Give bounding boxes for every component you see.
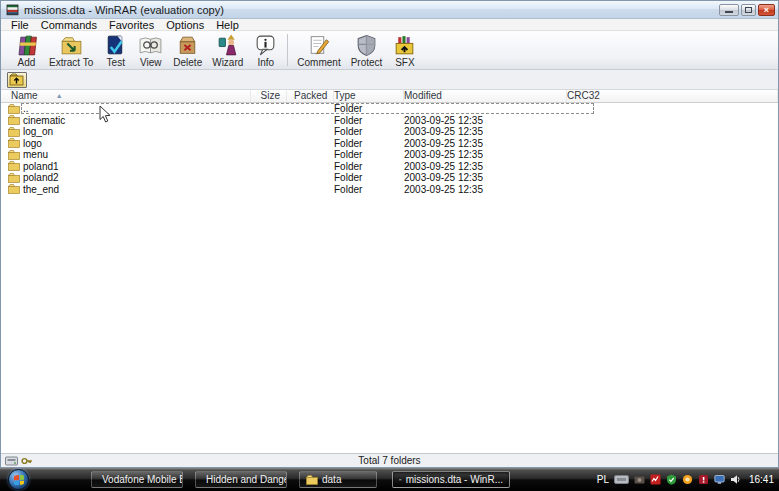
view-button[interactable]: View: [133, 32, 168, 68]
menu-file[interactable]: File: [5, 19, 35, 31]
keyboard-layout-icon[interactable]: [614, 475, 629, 484]
row-logo[interactable]: logo Folder 2003-09-25 12:35: [1, 138, 778, 150]
row-name: the_end: [23, 184, 59, 196]
row-modified: 2003-09-25 12:35: [404, 184, 567, 196]
row-type: Folder: [334, 172, 404, 184]
tray-shield-check-icon[interactable]: [666, 474, 677, 485]
tray-antivirus-chart-icon[interactable]: [650, 474, 661, 485]
taskbar-button-label: Vodafone Mobile Br...: [102, 474, 183, 485]
comment-note-icon: [306, 33, 331, 58]
volume-icon[interactable]: [730, 474, 741, 485]
taskbar-button-winrar[interactable]: missions.dta - WinR...: [392, 471, 510, 488]
row-cinematic[interactable]: cinematic Folder 2003-09-25 12:35: [1, 115, 778, 127]
folder-icon: [8, 115, 20, 125]
column-header-name[interactable]: Name ▲: [1, 90, 251, 102]
add-button[interactable]: Add: [9, 32, 44, 68]
sfx-box-icon: [392, 33, 417, 58]
row-size: [251, 184, 287, 196]
comment-button[interactable]: Comment: [292, 32, 345, 68]
delete-crate-icon: [175, 33, 200, 58]
row-menu[interactable]: menu Folder 2003-09-25 12:35: [1, 149, 778, 161]
folder-icon: [8, 173, 20, 183]
file-list: .. Folder cinematic F: [1, 103, 778, 453]
menu-options[interactable]: Options: [160, 19, 210, 31]
taskbar-buttons: Vodafone Mobile Br... Hidden and Danger.…: [91, 471, 510, 488]
language-indicator[interactable]: PL: [597, 474, 609, 485]
row-modified: 2003-09-25 12:35: [404, 172, 567, 184]
sfx-button[interactable]: SFX: [387, 32, 422, 68]
menu-help[interactable]: Help: [210, 19, 245, 31]
row-type: Folder: [334, 115, 404, 127]
protect-button[interactable]: Protect: [346, 32, 388, 68]
delete-button[interactable]: Delete: [168, 32, 207, 68]
minimize-button[interactable]: [719, 4, 739, 16]
row-crc32: [567, 138, 778, 150]
column-header-size[interactable]: Size: [251, 90, 287, 102]
taskbar-button-vodafone[interactable]: Vodafone Mobile Br...: [91, 471, 183, 488]
system-tray: PL: [597, 474, 774, 485]
row-crc32: [567, 115, 778, 127]
column-header-modified[interactable]: Modified: [404, 90, 567, 102]
menu-commands[interactable]: Commands: [35, 19, 103, 31]
wizard-label: Wizard: [212, 57, 243, 68]
folder-icon: [8, 184, 20, 194]
tray-camera-icon[interactable]: [634, 474, 645, 485]
taskbar-button-label: data: [322, 474, 341, 485]
taskbar-button-label: Hidden and Danger...: [206, 474, 287, 485]
maximize-button[interactable]: [741, 4, 756, 16]
sfx-label: SFX: [395, 57, 414, 68]
taskbar-clock[interactable]: 16:41: [749, 474, 774, 485]
row-poland2[interactable]: poland2 Folder 2003-09-25 12:35: [1, 172, 778, 184]
tray-alert-icon[interactable]: [698, 474, 709, 485]
row-type: Folder: [334, 149, 404, 161]
row-modified: 2003-09-25 12:35: [404, 126, 567, 138]
protect-label: Protect: [351, 57, 383, 68]
column-header-packed[interactable]: Packed: [287, 90, 334, 102]
winrar-app-icon: [399, 475, 402, 485]
row-type: Folder: [334, 138, 404, 150]
row-the-end[interactable]: the_end Folder 2003-09-25 12:35: [1, 184, 778, 196]
row-modified: 2003-09-25 12:35: [404, 161, 567, 173]
column-header-crc32[interactable]: CRC32: [567, 90, 778, 102]
titlebar[interactable]: missions.dta - WinRAR (evaluation copy) …: [1, 1, 778, 19]
row-poland1[interactable]: poland1 Folder 2003-09-25 12:35: [1, 161, 778, 173]
status-bar: Total 7 folders: [1, 453, 778, 467]
extract-folder-icon: [59, 33, 84, 58]
close-button[interactable]: ×: [758, 4, 775, 16]
sort-ascending-icon: ▲: [56, 90, 63, 102]
wizard-button[interactable]: Wizard: [207, 32, 248, 68]
row-packed: [287, 149, 334, 161]
row-modified: [404, 103, 567, 115]
row-size: [251, 103, 287, 115]
winrar-app-icon: [6, 4, 20, 16]
start-button[interactable]: [8, 469, 29, 490]
folder-icon: [8, 161, 20, 171]
row-size: [251, 172, 287, 184]
info-label: Info: [257, 57, 274, 68]
extract-to-button[interactable]: Extract To: [44, 32, 98, 68]
row-packed: [287, 172, 334, 184]
row-packed: [287, 184, 334, 196]
taskbar-button-hidden-dangerous[interactable]: Hidden and Danger...: [195, 471, 287, 488]
row-modified: 2003-09-25 12:35: [404, 149, 567, 161]
row-name: menu: [23, 149, 48, 161]
row-crc32: [567, 126, 778, 138]
tray-network-monitor-icon[interactable]: [714, 474, 725, 485]
taskbar-button-data[interactable]: data: [299, 471, 377, 488]
column-header-type[interactable]: Type: [334, 90, 404, 102]
row-crc32: [567, 161, 778, 173]
row-log-on[interactable]: log_on Folder 2003-09-25 12:35: [1, 126, 778, 138]
minimize-icon: [725, 11, 733, 13]
menu-favorites[interactable]: Favorites: [103, 19, 160, 31]
info-button[interactable]: Info: [248, 32, 283, 68]
row-packed: [287, 103, 334, 115]
menubar: File Commands Favorites Options Help: [1, 19, 778, 31]
tray-orange-ring-icon[interactable]: [682, 474, 693, 485]
row-type: Folder: [334, 161, 404, 173]
up-one-level-button[interactable]: [7, 72, 27, 88]
wizard-icon: [215, 33, 240, 58]
row-parent-dir[interactable]: .. Folder: [1, 103, 778, 115]
row-packed: [287, 138, 334, 150]
row-packed: [287, 161, 334, 173]
test-button[interactable]: Test: [98, 32, 133, 68]
